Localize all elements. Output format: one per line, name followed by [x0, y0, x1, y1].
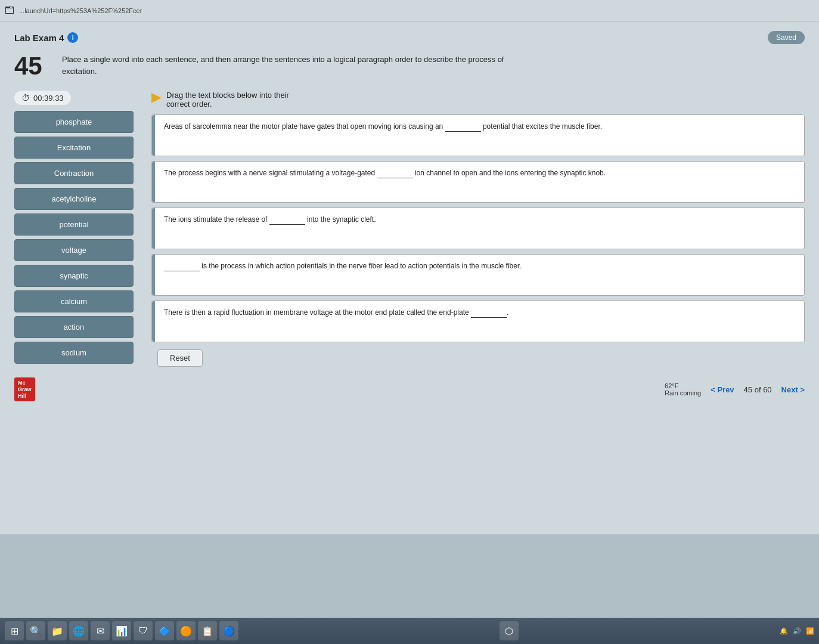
word-block-sodium[interactable]: sodium: [14, 342, 134, 364]
drop-zone-3[interactable]: The ions stimulate the release of into t…: [151, 208, 805, 249]
main-area: Lab Exam 4 i Saved 45 Place a single wor…: [0, 21, 819, 534]
weather-info: 62°F Rain coming: [665, 382, 701, 397]
word-block-calcium[interactable]: calcium: [14, 290, 134, 312]
drop-zone-4[interactable]: is the process in which action potential…: [151, 254, 805, 296]
word-block-contraction[interactable]: Contraction: [14, 162, 134, 184]
taskbar-app1-button[interactable]: 📊: [112, 621, 131, 640]
drop-zones: Areas of sarcolemma near the motor plate…: [151, 114, 805, 342]
drop-zone-1[interactable]: Areas of sarcolemma near the motor plate…: [151, 114, 805, 156]
taskbar-browser-button[interactable]: 🌐: [69, 621, 88, 640]
mcgraw-logo: Mc Graw Hill: [14, 377, 35, 401]
right-column: ▶ Drag the text blocks below into their …: [151, 91, 805, 367]
word-block-synaptic[interactable]: synaptic: [14, 265, 134, 287]
drag-instruction-text: Drag the text blocks below into their co…: [166, 91, 289, 109]
next-button[interactable]: Next >: [781, 385, 805, 394]
mcgraw-line2: Graw: [18, 386, 32, 393]
taskbar-volume: 🔊: [793, 627, 801, 635]
taskbar: ⊞ 🔍 📁 🌐 ✉ 📊 🛡 🔷 🟠 📋 🔵 ⬡ 🔔 🔊 📶: [0, 618, 819, 644]
blank-5[interactable]: [471, 309, 507, 318]
question-row: 45 Place a single word into each sentenc…: [14, 54, 805, 79]
reset-row: Reset: [151, 349, 805, 367]
blank-2[interactable]: [377, 170, 413, 178]
word-block-potential[interactable]: potential: [14, 213, 134, 236]
top-bar: 🗔 ...launchUrl=https%253A%252F%252Fcer: [0, 0, 819, 21]
taskbar-app6-button[interactable]: 🔵: [219, 621, 238, 640]
drop-zone-5-text: There is then a rapid fluctuation in mem…: [160, 307, 796, 318]
prev-button[interactable]: < Prev: [711, 385, 734, 394]
word-block-acetylcholine[interactable]: acetylcholine: [14, 188, 134, 210]
taskbar-time: 🔔: [780, 627, 788, 635]
content-layout: ⏱ 00:39:33 phosphate Excitation Contract…: [14, 91, 805, 367]
drag-instruction-line1: Drag the text blocks below into their: [166, 91, 289, 100]
saved-badge: Saved: [768, 31, 805, 44]
drag-instruction: ▶ Drag the text blocks below into their …: [151, 91, 805, 109]
weather-condition: Rain coming: [665, 389, 701, 397]
blank-3[interactable]: [269, 216, 305, 225]
drop-zone-2[interactable]: The process begins with a nerve signal s…: [151, 161, 805, 203]
info-icon[interactable]: i: [67, 32, 78, 43]
url-text: ...launchUrl=https%253A%252F%252Fcer: [19, 7, 142, 14]
word-block-phosphate[interactable]: phosphate: [14, 111, 134, 133]
word-block-voltage[interactable]: voltage: [14, 239, 134, 261]
page-info: 45 of 60: [744, 385, 772, 394]
drop-zone-3-text: The ions stimulate the release of into t…: [160, 214, 796, 225]
taskbar-center-btn[interactable]: ⬡: [500, 621, 519, 640]
word-block-excitation[interactable]: Excitation: [14, 137, 134, 159]
blank-1[interactable]: [445, 123, 481, 132]
taskbar-app3-button[interactable]: 🔷: [155, 621, 174, 640]
weather-temp: 62°F: [665, 382, 701, 389]
nav-controls: 62°F Rain coming < Prev 45 of 60 Next >: [665, 382, 805, 397]
search-taskbar-button[interactable]: 🔍: [26, 621, 45, 640]
lab-exam-label: Lab Exam 4: [14, 33, 64, 43]
mcgraw-line3: Hill: [18, 393, 32, 400]
taskbar-mail-button[interactable]: ✉: [91, 621, 110, 640]
taskbar-files-button[interactable]: 📁: [48, 621, 67, 640]
drag-instruction-line2: correct order.: [166, 100, 289, 109]
bottom-row: Mc Graw Hill 62°F Rain coming < Prev 45 …: [14, 371, 805, 404]
timer-row: ⏱ 00:39:33: [14, 91, 71, 105]
mcgraw-line1: Mc: [18, 380, 32, 386]
taskbar-app5-button[interactable]: 📋: [198, 621, 217, 640]
drop-zone-4-text: is the process in which action potential…: [160, 261, 796, 271]
start-button[interactable]: ⊞: [5, 621, 24, 640]
taskbar-right: 🔔 🔊 📶: [780, 627, 814, 635]
word-block-action[interactable]: action: [14, 316, 134, 338]
blank-4[interactable]: [164, 263, 200, 271]
drop-zone-2-text: The process begins with a nerve signal s…: [160, 168, 796, 178]
timer-value: 00:39:33: [33, 94, 64, 103]
header-row: Lab Exam 4 i Saved: [14, 31, 805, 44]
timer-icon: ⏱: [21, 93, 30, 103]
window-icon: 🗔: [5, 5, 14, 16]
left-column: ⏱ 00:39:33 phosphate Excitation Contract…: [14, 91, 134, 364]
drop-zone-1-text: Areas of sarcolemma near the motor plate…: [160, 121, 796, 132]
taskbar-app4-button[interactable]: 🟠: [176, 621, 196, 640]
taskbar-left: ⊞ 🔍 📁 🌐 ✉ 📊 🛡 🔷 🟠 📋 🔵: [5, 621, 238, 640]
taskbar-network: 📶: [806, 627, 814, 635]
reset-button[interactable]: Reset: [157, 349, 203, 367]
drop-zone-5[interactable]: There is then a rapid fluctuation in mem…: [151, 301, 805, 342]
question-number: 45: [14, 54, 50, 79]
taskbar-app2-button[interactable]: 🛡: [134, 621, 153, 640]
taskbar-center: ⬡: [500, 621, 519, 640]
lab-exam-title: Lab Exam 4 i: [14, 32, 78, 43]
arrow-icon: ▶: [151, 89, 162, 105]
question-text: Place a single word into each sentence, …: [62, 54, 539, 77]
